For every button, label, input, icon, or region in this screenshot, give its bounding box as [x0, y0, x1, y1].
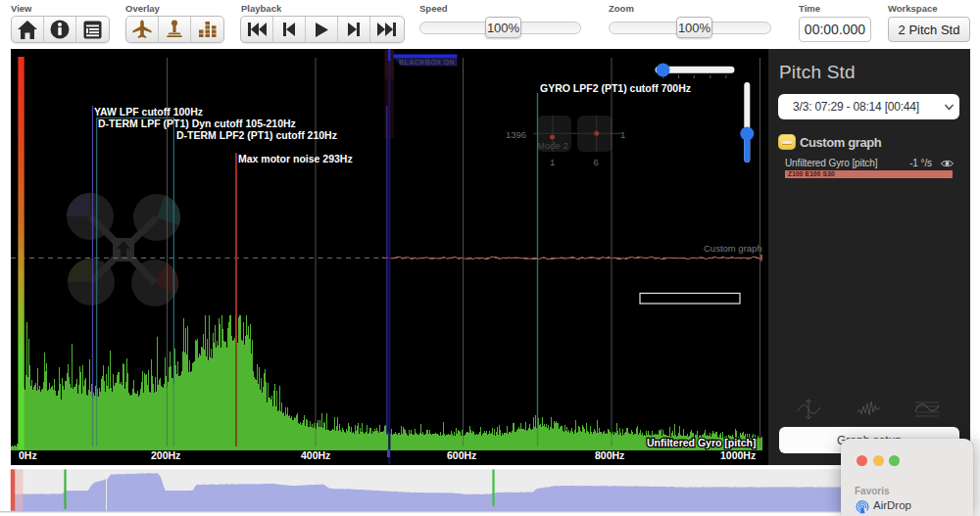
svg-text:D-TERM LPF (PT1) Dyn cutoff 10: D-TERM LPF (PT1) Dyn cutoff 105-210Hz	[98, 117, 296, 129]
svg-text:400Hz: 400Hz	[301, 449, 330, 461]
svg-text:600Hz: 600Hz	[447, 449, 476, 461]
svg-text:200Hz: 200Hz	[151, 449, 180, 461]
svg-text:BLACKBOX ON: BLACKBOX ON	[399, 58, 455, 67]
svg-text:Unfiltered Gyro [pitch]: Unfiltered Gyro [pitch]	[647, 437, 756, 448]
svg-text:GYRO LPF2 (PT1) cutoff 700Hz: GYRO LPF2 (PT1) cutoff 700Hz	[540, 82, 691, 94]
svg-text:0Hz: 0Hz	[19, 449, 37, 461]
svg-text:Mode 2: Mode 2	[537, 140, 568, 151]
svg-text:800Hz: 800Hz	[595, 449, 624, 461]
svg-text:1000Hz: 1000Hz	[720, 449, 756, 461]
svg-text:D-TERM LPF2 (PT1) cutoff 210Hz: D-TERM LPF2 (PT1) cutoff 210Hz	[176, 129, 337, 141]
svg-text:Max motor noise 293Hz: Max motor noise 293Hz	[238, 153, 353, 164]
svg-text:1396: 1396	[506, 129, 526, 140]
svg-text:Custom graph: Custom graph	[704, 243, 762, 254]
svg-text:YAW LPF cutoff 100Hz: YAW LPF cutoff 100Hz	[94, 106, 203, 117]
svg-text:1: 1	[550, 157, 555, 167]
svg-text:1: 1	[620, 129, 625, 140]
svg-text:6: 6	[594, 157, 599, 167]
